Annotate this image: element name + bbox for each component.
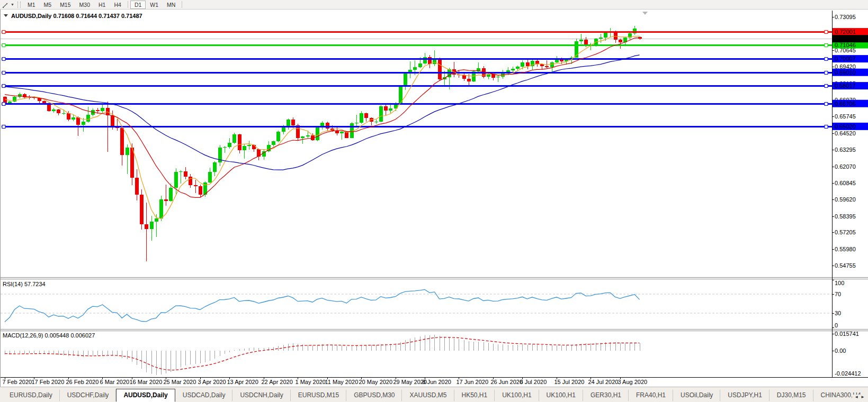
tab-scroll-right-icon[interactable]: ► [861,395,867,399]
price-tick-label: 0.63295 [835,147,856,153]
line-anchor[interactable] [825,103,828,106]
timeframe-button-m30[interactable]: M30 [75,1,94,9]
price-badge-0.65020: 0.65020 [833,123,868,130]
date-tick-label: 26 Jun 2020 [491,379,523,385]
candle [52,108,56,113]
line-anchor[interactable] [2,85,5,88]
hline-0.66706[interactable] [2,103,832,106]
svg-text:0.69010: 0.69010 [835,69,856,76]
line-anchor[interactable] [825,71,828,75]
candles-series [3,26,642,261]
tab-dj30-m15[interactable]: DJ30,M15 [769,389,813,401]
candle [194,180,198,193]
line-anchor[interactable] [825,44,828,47]
candle [140,189,144,230]
tab-uk100-h1[interactable]: UK100,H1 [539,389,583,401]
candle [428,55,432,68]
line-anchor[interactable] [825,85,828,88]
date-tick-label: 22 Apr 2020 [262,379,293,385]
price-tick-label: 0.57205 [835,229,856,235]
date-axis[interactable]: 7 Feb 202017 Feb 202026 Feb 20206 Mar 20… [1,377,868,385]
timeframe-button-mn[interactable]: MN [163,1,180,9]
chart-canvas[interactable]: 0.730950.718700.706450.694200.681950.669… [1,10,868,387]
hline-0.69010[interactable] [2,71,832,75]
tab-uk100-h1[interactable]: UK100,H1 [495,389,539,401]
tab-xauusd-m5[interactable]: XAUUSD,M5 [402,389,454,401]
timeframe-button-w1[interactable]: W1 [146,1,163,9]
candle [184,167,187,179]
line-anchor[interactable] [825,125,828,129]
tab-usdcad-daily[interactable]: USDCAD,Daily [175,389,233,401]
candle [126,144,129,174]
price-axis[interactable]: 0.730950.718700.706450.694200.681950.669… [832,11,861,378]
tab-usoil-daily[interactable]: USOil,Daily [673,389,720,401]
hline-0.65020[interactable] [2,125,832,129]
price-tick-label: 0.73095 [835,14,856,20]
rsi-axis-label: 0 [835,322,838,328]
timeframe-button-h1[interactable]: H1 [94,1,110,9]
line-anchor[interactable] [2,103,5,106]
timeframe-button-h4[interactable]: H4 [110,1,125,9]
line-anchor[interactable] [2,125,5,129]
tab-gbpusd-m30[interactable]: GBPUSD,M30 [346,389,402,401]
price-tick-label: 0.55980 [835,246,856,252]
candle [120,127,124,165]
dropdown-caret-icon[interactable]: ▼ [10,3,16,6]
tab-usdcnh-daily[interactable]: USDCNH,Daily [232,389,290,401]
tab-usdjpy-h1[interactable]: USDJPY,H1 [720,389,769,401]
svg-text:0.66706: 0.66706 [835,100,856,107]
timeframe-button-d1[interactable]: D1 [130,1,146,9]
price-badge-0.68017: 0.68017 [833,82,868,89]
tab-eurusd-m15[interactable]: EURUSD,M15 [291,389,346,401]
date-tick-label: 7 Feb 2020 [3,379,32,385]
candle [370,117,373,125]
timeframe-button-m5[interactable]: M5 [40,1,56,9]
candle [232,133,236,143]
line-anchor[interactable] [2,31,5,34]
trendline-tool-icon[interactable] [2,1,10,8]
price-tick-label: 0.64520 [835,130,856,136]
candle [57,109,60,115]
hline-0.68017[interactable] [2,85,832,88]
macd-signal-line [5,337,640,370]
tab-eurusd-daily[interactable]: EURUSD,Daily [2,389,60,401]
chart-window: 0.730950.718700.706450.694200.681950.669… [0,10,868,387]
candle [86,107,90,123]
toolbar-grip[interactable] [17,2,21,8]
line-anchor[interactable] [2,58,5,61]
main-rsi-pane-separator[interactable] [1,278,868,279]
trendline-tool-glyph [2,1,10,8]
date-tick-label: 3 Aug 2020 [618,379,648,385]
candle [384,105,388,115]
candle [623,37,627,45]
hline-0.72001[interactable] [2,31,832,34]
candle [389,104,392,113]
date-tick-label: 8 Jun 2020 [423,379,451,385]
tab-usdchf-daily[interactable]: USDCHF,Daily [60,389,117,401]
line-anchor[interactable] [2,71,5,75]
candle [374,119,378,124]
rsi-macd-pane-separator[interactable] [1,330,868,331]
line-anchor[interactable] [825,58,828,61]
hline-0.70007[interactable] [2,58,832,61]
candle [575,39,578,58]
date-tick-label: 25 Mar 2020 [164,379,196,385]
timeframe-button-m1[interactable]: M1 [23,1,40,9]
candle [633,26,637,35]
candle [477,62,480,74]
chart-menu-icon[interactable] [4,14,8,17]
date-tick-label: 26 Feb 2020 [66,379,99,385]
hline-0.71046[interactable] [2,44,832,47]
tab-audusd-daily[interactable]: AUDUSD,Daily [116,389,175,402]
tab-scroll-left-icon[interactable]: ◄ [854,395,861,399]
tab-ger30-h1[interactable]: GER30,H1 [583,389,629,401]
candle [496,75,500,82]
tab-hk50-h1[interactable]: HK50,H1 [454,389,495,401]
tab-fra40-h1[interactable]: FRA40,H1 [629,389,673,401]
candle [526,59,530,70]
line-anchor[interactable] [2,44,5,47]
line-anchor[interactable] [825,31,828,34]
macd-axis-label: 0.00 [835,348,846,354]
timeframe-button-m15[interactable]: M15 [56,1,75,9]
candle [150,216,154,241]
